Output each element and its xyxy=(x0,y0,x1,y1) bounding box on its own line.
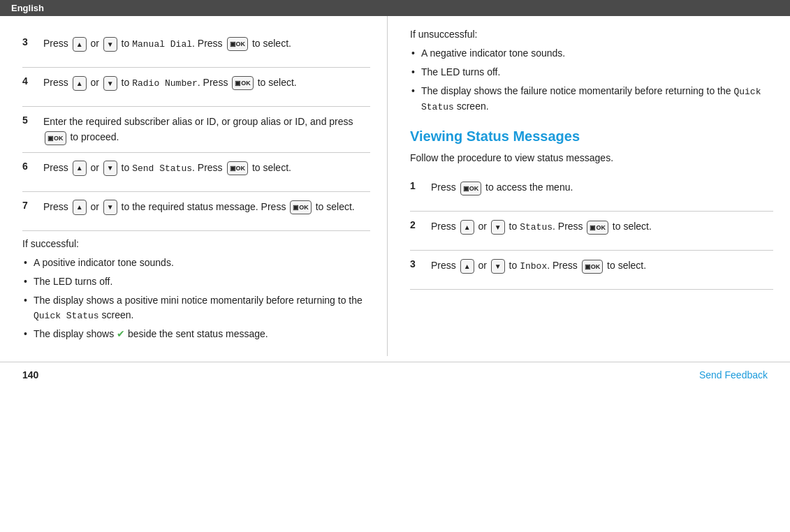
list-item: The display shows the failure notice mom… xyxy=(410,82,773,116)
step-row: 1Press ▣OK to access the menu. xyxy=(410,172,773,212)
list-item: A positive indicator tone sounds. xyxy=(22,253,370,272)
step-number: 5 xyxy=(22,114,38,126)
arrow-up-button xyxy=(73,37,87,52)
step-number: 3 xyxy=(410,258,425,269)
checkmark-icon: ✔ xyxy=(117,328,125,339)
step-row: 4Press or to Radio Number. Press ▣OK to … xyxy=(22,68,370,107)
arrow-down-button xyxy=(103,76,117,91)
monospace-text: Status xyxy=(520,222,553,232)
ok-button: ▣OK xyxy=(227,161,249,175)
header-label: English xyxy=(11,3,44,13)
if-unsuccessful-label: If unsuccessful: xyxy=(410,29,773,40)
arrow-down-button xyxy=(103,200,117,215)
page-number: 140 xyxy=(22,369,38,380)
arrow-up-button xyxy=(73,76,87,91)
step-content: Press or to Inbox. Press ▣OK to select. xyxy=(431,258,773,274)
if-successful-list: A positive indicator tone sounds.The LED… xyxy=(22,253,370,344)
if-unsuccessful-list: A negative indicator tone sounds.The LED… xyxy=(410,44,773,116)
monospace-text: Radio Number xyxy=(132,78,198,89)
step-row: 2Press or to Status. Press ▣OK to select… xyxy=(410,212,773,251)
step-row: 7Press or to the required status message… xyxy=(22,192,370,231)
step-number: 1 xyxy=(410,179,425,191)
arrow-down-button xyxy=(103,37,117,52)
step-number: 2 xyxy=(410,219,425,230)
ok-button: ▣OK xyxy=(587,221,608,235)
ok-button: ▣OK xyxy=(582,260,604,274)
list-item: The display shows ✔ beside the sent stat… xyxy=(22,325,370,343)
monospace-text: Quick Status xyxy=(421,87,761,112)
monospace-text: Send Status xyxy=(132,163,192,174)
list-item: The LED turns off. xyxy=(22,272,370,291)
ok-button: ▣OK xyxy=(232,76,254,90)
section-title: Viewing Status Messages xyxy=(410,128,773,145)
step-content: Enter the required subscriber alias or I… xyxy=(43,114,370,145)
right-column: If unsuccessful:A negative indicator ton… xyxy=(388,16,790,356)
ok-button: ▣OK xyxy=(460,182,482,195)
step-content: Press or to the required status message.… xyxy=(43,199,370,215)
step-content: Press or to Manual Dial. Press ▣OK to se… xyxy=(43,36,370,52)
send-feedback-link[interactable]: Send Feedback xyxy=(699,369,768,380)
if-successful-label: If successful: xyxy=(22,238,370,249)
step-row: 3Press or to Manual Dial. Press ▣OK to s… xyxy=(22,29,370,68)
arrow-up-button xyxy=(460,220,474,235)
arrow-down-button xyxy=(491,259,505,274)
ok-button: ▣OK xyxy=(45,131,66,145)
arrow-up-button xyxy=(73,161,87,176)
ok-button: ▣OK xyxy=(227,37,249,51)
ok-button: ▣OK xyxy=(290,200,312,214)
step-row: 6Press or to Send Status. Press ▣OK to s… xyxy=(22,153,370,192)
step-number: 4 xyxy=(22,75,38,87)
monospace-text: Quick Status xyxy=(34,311,99,321)
list-item: The LED turns off. xyxy=(410,63,773,82)
monospace-text: Manual Dial xyxy=(132,39,192,50)
left-column: 3Press or to Manual Dial. Press ▣OK to s… xyxy=(0,16,388,356)
list-item: The display shows a positive mini notice… xyxy=(22,291,370,325)
step-row: 3Press or to Inbox. Press ▣OK to select. xyxy=(410,251,773,290)
step-number: 6 xyxy=(22,160,38,172)
header-bar: English xyxy=(0,0,790,16)
arrow-down-button xyxy=(103,161,117,176)
footer: 140 Send Feedback xyxy=(0,362,790,387)
if-unsuccessful-section: If unsuccessful:A negative indicator ton… xyxy=(410,29,773,116)
step-content: Press ▣OK to access the menu. xyxy=(431,179,773,195)
list-item: A negative indicator tone sounds. xyxy=(410,44,773,63)
step-number: 3 xyxy=(22,36,38,47)
step-content: Press or to Radio Number. Press ▣OK to s… xyxy=(43,75,370,91)
step-content: Press or to Status. Press ▣OK to select. xyxy=(431,219,773,235)
arrow-down-button xyxy=(491,220,505,235)
monospace-text: Inbox xyxy=(520,261,547,272)
step-number: 7 xyxy=(22,199,38,211)
step-row: 5Enter the required subscriber alias or … xyxy=(22,107,370,153)
if-successful-section: If successful:A positive indicator tone … xyxy=(22,238,370,344)
arrow-up-button xyxy=(73,200,87,215)
arrow-up-button xyxy=(460,259,474,274)
step-content: Press or to Send Status. Press ▣OK to se… xyxy=(43,160,370,177)
section-intro: Follow the procedure to view status mess… xyxy=(410,150,773,165)
